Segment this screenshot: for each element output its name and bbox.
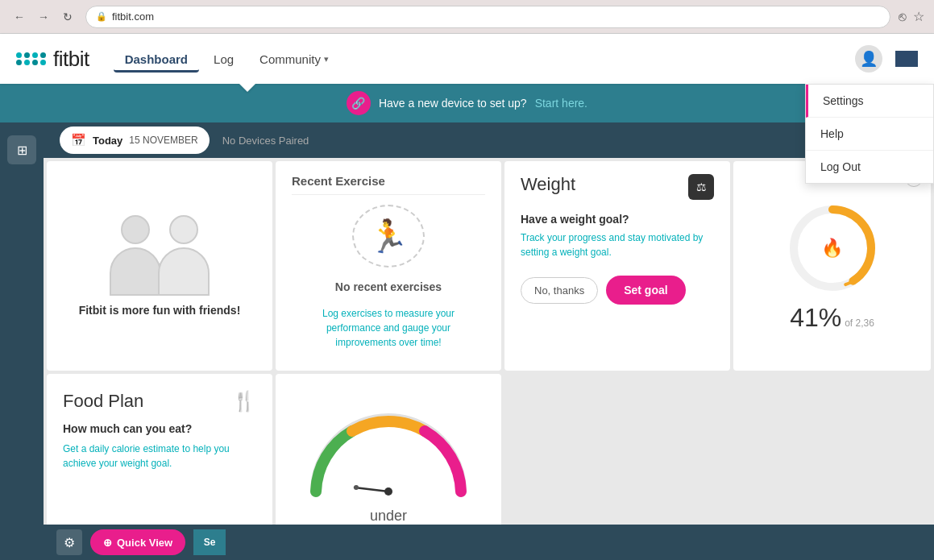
browser-bar: ← → ↻ 🔒 fitbit.com ⎋ ☆	[0, 0, 934, 34]
date-pill[interactable]: 📅 Today 15 NOVEMBER	[60, 127, 210, 154]
nav-log[interactable]: Log	[202, 46, 245, 73]
svg-point-4	[384, 487, 392, 496]
browser-nav-buttons[interactable]: ← → ↻	[10, 7, 77, 27]
friends-avatars	[103, 215, 216, 296]
quick-view-label: Quick View	[117, 537, 172, 549]
food-title: Food Plan	[63, 391, 143, 412]
gear-icon: ⚙	[64, 535, 75, 550]
banner-link-icon: 🔗	[347, 91, 371, 115]
gauge-label: under	[370, 508, 407, 525]
logo-dot-5	[16, 60, 22, 65]
exercise-card: Recent Exercise 🏃 No recent exercises Lo…	[276, 161, 501, 371]
dropdown-logout[interactable]: Log Out	[806, 151, 933, 183]
banner-text: Have a new device to set up?	[379, 97, 527, 110]
lock-icon: 🔒	[96, 11, 107, 22]
food-subtitle: How much can you eat?	[63, 422, 256, 435]
set-goal-button[interactable]: Set goal	[606, 276, 685, 305]
date-text: 15 NOVEMBER	[129, 135, 197, 146]
logo-dot-2	[24, 52, 30, 58]
user-dropdown-menu: Settings Help Log Out	[805, 84, 934, 184]
gauge-chart	[300, 395, 477, 524]
logo-dots	[16, 52, 47, 65]
header: fitbit Dashboard Log Community 👤	[0, 34, 934, 84]
exercise-center: 🏃 No recent exercises Log exercises to m…	[292, 205, 485, 350]
weight-goal-desc: Track your progress and stay motivated b…	[521, 230, 714, 259]
friends-card: Fitbit is more fun with friends!	[47, 161, 272, 371]
share-icon[interactable]: ⎋	[899, 10, 907, 24]
arc-container: 🔥	[784, 200, 881, 297]
avatar-head-2	[169, 215, 198, 244]
calorie-arc-card: ? 🔥 41% of 2,36	[733, 161, 931, 371]
arc-percent: 41%	[790, 303, 841, 333]
browser-actions: ⎋ ☆	[899, 9, 924, 24]
weight-title: Weight	[521, 174, 575, 195]
logo-dot-6	[24, 60, 30, 65]
weight-scale-button[interactable]: ⚖	[688, 174, 714, 200]
profile-icon-button[interactable]: 👤	[855, 45, 882, 73]
sidebar: ⊞	[0, 122, 44, 560]
header-icons: 👤	[855, 45, 918, 73]
friends-text: Fitbit is more fun with friends!	[79, 304, 241, 317]
dropdown-help[interactable]: Help	[806, 118, 933, 151]
weight-actions: No, thanks Set goal	[521, 276, 714, 305]
weight-card: Weight ⚖ Have a weight goal? Track your …	[504, 161, 730, 371]
user-icon: 👤	[860, 50, 878, 68]
main-nav: Dashboard Log Community	[114, 46, 340, 73]
arc-of-label: of 2,36	[845, 317, 874, 329]
fork-knife-icon: 🍴	[232, 390, 256, 413]
calendar-icon: 📅	[71, 133, 86, 147]
app-container: fitbit Dashboard Log Community 👤 🔗 Have …	[0, 34, 934, 560]
logo-text: fitbit	[53, 47, 89, 72]
bottom-bar: ⚙ ⊕ Quick View Se	[44, 525, 934, 560]
logo[interactable]: fitbit	[16, 47, 89, 72]
flag-icon[interactable]	[895, 51, 918, 67]
bookmark-icon[interactable]: ☆	[913, 9, 924, 24]
plus-circle-icon: ⊕	[103, 537, 112, 549]
dashboard-grid: Fitbit is more fun with friends! Recent …	[44, 158, 934, 560]
no-devices-text: No Devices Paired	[222, 135, 309, 147]
url-text: fitbit.com	[112, 10, 154, 23]
exercise-desc: Log exercises to measure your performanc…	[308, 306, 469, 350]
quick-view-button[interactable]: ⊕ Quick View	[90, 529, 185, 555]
exercise-circle: 🏃	[352, 205, 425, 268]
weight-header: Weight ⚖	[521, 174, 714, 200]
dropdown-settings[interactable]: Settings	[806, 85, 933, 118]
content-area: ⊞ 📅 Today 15 NOVEMBER No Devices Paired	[0, 122, 934, 560]
nav-pointer	[239, 84, 255, 92]
grid-icon: ⊞	[17, 143, 27, 158]
forward-button[interactable]: →	[34, 7, 53, 27]
chain-icon: 🔗	[351, 97, 365, 110]
no-exercises-text: No recent exercises	[335, 280, 442, 293]
exercise-card-title: Recent Exercise	[292, 174, 485, 195]
settings-button[interactable]: ⚙	[56, 529, 82, 555]
weight-goal-title: Have a weight goal?	[521, 213, 714, 226]
svg-line-3	[355, 487, 388, 492]
date-bar: 📅 Today 15 NOVEMBER No Devices Paired	[44, 122, 934, 158]
food-header: Food Plan 🍴	[63, 390, 256, 413]
address-bar[interactable]: 🔒 fitbit.com	[85, 6, 890, 28]
runner-icon: 🏃	[368, 218, 409, 255]
logo-dot-4	[40, 52, 46, 58]
today-label: Today	[93, 135, 122, 147]
banner-link[interactable]: Start here.	[535, 97, 587, 110]
logo-dot-1	[16, 52, 22, 58]
avatar-head-1	[121, 215, 150, 244]
logo-dot-3	[32, 52, 38, 58]
logo-dot-8	[40, 60, 46, 65]
avatar-2	[152, 215, 216, 296]
setup-banner: 🔗 Have a new device to set up? Start her…	[0, 84, 934, 122]
food-desc: Get a daily calorie estimate to help you…	[63, 442, 256, 471]
flame-icon: 🔥	[821, 238, 843, 259]
no-thanks-button[interactable]: No, thanks	[521, 277, 598, 304]
main-content: 📅 Today 15 NOVEMBER No Devices Paired	[44, 122, 934, 560]
scale-icon: ⚖	[696, 180, 707, 193]
back-button[interactable]: ←	[10, 7, 29, 27]
sidebar-grid-button[interactable]: ⊞	[7, 135, 36, 164]
avatar-body-2	[158, 247, 210, 296]
svg-point-5	[354, 485, 359, 490]
nav-community[interactable]: Community	[248, 46, 340, 73]
se-label: Se	[204, 537, 216, 548]
nav-dashboard[interactable]: Dashboard	[114, 46, 199, 73]
reload-button[interactable]: ↻	[58, 7, 77, 27]
se-button[interactable]: Se	[193, 529, 226, 555]
